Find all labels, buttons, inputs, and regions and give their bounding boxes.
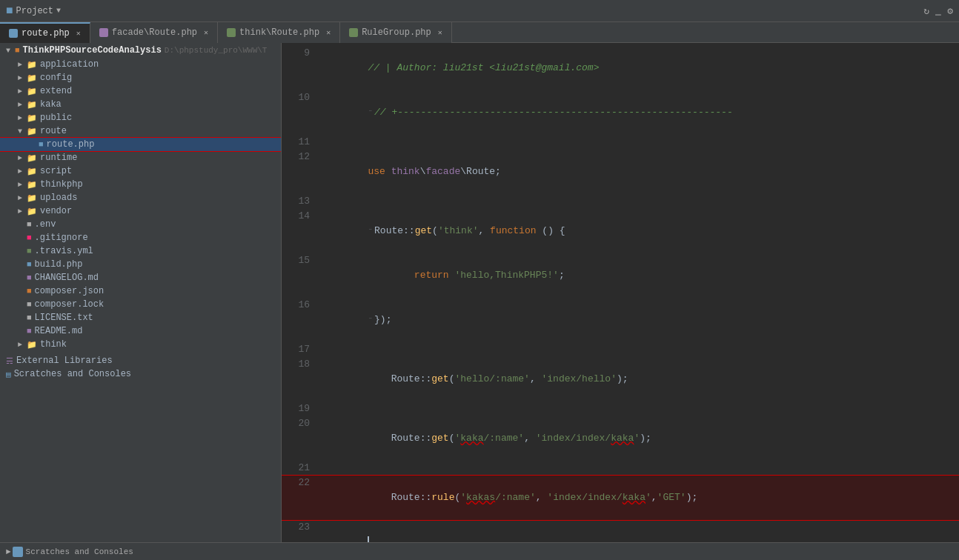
sidebar-item-readme[interactable]: ■ README.md [0, 324, 281, 338]
tab-icon-think [227, 28, 236, 37]
sidebar-item-kaka[interactable]: ► 📁 kaka [0, 98, 281, 111]
code-editor[interactable]: 9 // | Author: liu21st <liu21st@gmail.co… [282, 43, 959, 542]
file-icon-readme: ■ [27, 327, 32, 336]
tab-close-route[interactable]: ✕ [76, 29, 81, 38]
code-line-9: 9 // | Author: liu21st <liu21st@gmail.co… [282, 46, 959, 90]
sidebar-item-vendor[interactable]: ► 📁 vendor [0, 204, 281, 218]
code-line-10: 10 ⁻// +--------------------------------… [282, 90, 959, 135]
sidebar-root[interactable]: ▼ ■ ThinkPHPSourceCodeAnalysis D:\phpstu… [0, 43, 281, 58]
line-content-20: Route::get('kaka/:name', 'index/index/ka… [319, 416, 959, 461]
root-icon: ■ [15, 46, 20, 55]
sidebar-item-script[interactable]: ► 📁 script [0, 164, 281, 178]
file-icon-composer-json: ■ [27, 287, 32, 296]
line-content-18: Route::get('hello/:name', 'index/hello')… [319, 357, 959, 401]
sidebar-item-build[interactable]: ■ build.php [0, 258, 281, 271]
line-num-16: 16 [282, 298, 319, 313]
root-arrow: ▼ [6, 47, 15, 55]
line-content-12: use think\facade\Route; [319, 150, 959, 194]
code-line-11: 11 [282, 135, 959, 150]
tab-rulegroup[interactable]: RuleGroup.php ✕ [340, 22, 452, 43]
sidebar-item-runtime[interactable]: ► 📁 runtime [0, 151, 281, 164]
gear-icon[interactable]: ⚙ [947, 5, 953, 17]
folder-icon-think: 📁 [27, 340, 37, 350]
external-libraries-icon: ☴ [6, 356, 13, 366]
line-content-22: Route::rule('kakas/:name', 'index/index/… [319, 476, 959, 520]
scratches-section: Scratches and Consoles [13, 547, 133, 557]
code-line-20: 20 Route::get('kaka/:name', 'index/index… [282, 416, 959, 461]
arrow-extend: ► [18, 87, 27, 96]
file-icon-composer-lock: ■ [27, 300, 32, 309]
file-icon-changelog: ■ [27, 273, 32, 282]
line-num-10: 10 [282, 90, 319, 105]
external-libraries-label: External Libraries [16, 356, 113, 366]
sidebar-item-scratches[interactable]: ▤ Scratches and Consoles [0, 367, 281, 381]
sidebar-item-gitignore[interactable]: ■ .gitignore [0, 231, 281, 244]
tabs-bar: route.php ✕ facade\Route.php ✕ think\Rou… [0, 22, 959, 43]
sidebar-item-think[interactable]: ► 📁 think [0, 338, 281, 351]
line-content-23 [319, 520, 959, 542]
folder-icon-vendor: 📁 [27, 207, 37, 216]
bottom-bar: ► Scratches and Consoles [0, 542, 959, 560]
settings-icon[interactable]: ⎯ [935, 5, 941, 16]
sidebar-item-external-libraries[interactable]: ☴ External Libraries [0, 354, 281, 367]
root-path: D:\phpstudy_pro\WWW\T [165, 46, 268, 55]
top-bar: ■ Project ▼ ↻ ⎯ ⚙ [0, 0, 959, 22]
code-line-12: 12 use think\facade\Route; [282, 150, 959, 194]
scratches-bottom-label: Scratches and Consoles [26, 547, 133, 556]
line-num-18: 18 [282, 357, 319, 372]
arrow-kaka: ► [18, 101, 27, 109]
file-icon-env: ■ [27, 220, 32, 229]
sidebar-item-thinkphp[interactable]: ► 📁 thinkphp [0, 178, 281, 191]
dropdown-arrow[interactable]: ▼ [56, 7, 61, 15]
code-line-19: 19 [282, 401, 959, 416]
tab-close-rulegroup[interactable]: ✕ [438, 28, 442, 37]
sidebar-item-composer-json[interactable]: ■ composer.json [0, 284, 281, 298]
project-icon: ■ [6, 4, 13, 18]
line-num-15: 15 [282, 253, 319, 268]
line-content-10: ⁻// +-----------------------------------… [319, 90, 959, 135]
code-line-22: 22 Route::rule('kakas/:name', 'index/ind… [282, 476, 959, 520]
file-icon-route-php: ■ [39, 140, 44, 149]
code-line-23: 23 [282, 520, 959, 542]
sidebar-item-public[interactable]: ► 📁 public [0, 111, 281, 124]
folder-icon-runtime: 📁 [27, 153, 37, 163]
tab-facade[interactable]: facade\Route.php ✕ [90, 22, 218, 43]
sidebar-item-application[interactable]: ► 📁 application [0, 58, 281, 71]
line-num-22: 22 [282, 476, 319, 490]
sidebar-item-extend[interactable]: ► 📁 extend [0, 84, 281, 98]
file-icon-travis: ■ [27, 247, 32, 256]
line-num-20: 20 [282, 416, 319, 431]
scratches-label: Scratches and Consoles [14, 369, 131, 379]
main-area: ▼ ■ ThinkPHPSourceCodeAnalysis D:\phpstu… [0, 43, 959, 542]
sidebar-item-composer-lock[interactable]: ■ composer.lock [0, 298, 281, 311]
sidebar-item-travis[interactable]: ■ .travis.yml [0, 244, 281, 258]
sidebar-item-route[interactable]: ▼ 📁 route [0, 124, 281, 138]
tab-think[interactable]: think\Route.php ✕ [218, 22, 340, 43]
folder-icon-thinkphp: 📁 [27, 180, 37, 190]
sidebar-item-route-php[interactable]: ■ route.php [0, 138, 281, 151]
folder-icon-application: 📁 [27, 60, 37, 70]
sync-icon[interactable]: ↻ [923, 5, 929, 17]
sidebar-item-license[interactable]: ■ LICENSE.txt [0, 311, 281, 324]
tab-close-facade[interactable]: ✕ [204, 28, 208, 37]
sidebar-item-env[interactable]: ■ .env [0, 218, 281, 231]
line-num-13: 13 [282, 194, 319, 209]
line-content-15: return 'hello,ThinkPHP5!'; [319, 253, 959, 298]
folder-icon-config: 📁 [27, 73, 37, 83]
sidebar-item-config[interactable]: ► 📁 config [0, 71, 281, 84]
fold-14[interactable]: ⁻ [368, 227, 373, 236]
tab-route[interactable]: route.php ✕ [0, 22, 90, 43]
line-num-12: 12 [282, 150, 319, 164]
folder-icon-kaka: 📁 [27, 100, 37, 110]
bottom-expand[interactable]: ► [6, 547, 11, 556]
fold-10[interactable]: ⁻ [368, 108, 373, 117]
line-content-14: ⁻Route::get('think', function () { [319, 209, 959, 253]
sidebar-item-uploads[interactable]: ► 📁 uploads [0, 191, 281, 204]
line-content-9: // | Author: liu21st <liu21st@gmail.com> [319, 46, 959, 90]
code-line-16: 16 ⁻}); [282, 298, 959, 342]
tab-close-think[interactable]: ✕ [326, 28, 331, 37]
folder-icon-uploads: 📁 [27, 193, 37, 203]
sidebar-item-changelog[interactable]: ■ CHANGELOG.md [0, 271, 281, 284]
arrow-route: ▼ [18, 127, 27, 136]
fold-16[interactable]: ⁻ [368, 316, 373, 324]
